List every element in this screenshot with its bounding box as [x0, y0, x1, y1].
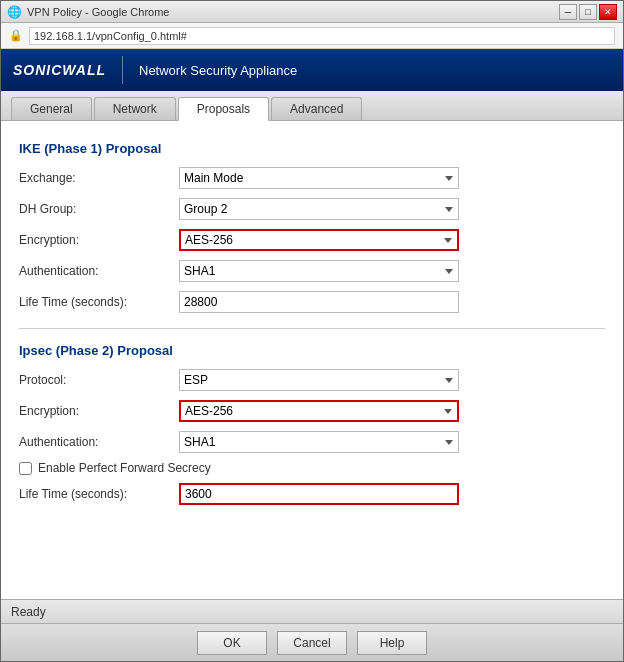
exchange-row: Exchange: Main Mode Aggressive Mode [19, 166, 605, 190]
phase1-lifetime-control [179, 291, 459, 313]
tab-bar: General Network Proposals Advanced [1, 91, 623, 121]
phase2-auth-control: MD5 SHA1 SHA256 SHA384 SHA512 [179, 431, 459, 453]
phase1-encryption-control: DES 3DES AES-128 AES-192 AES-256 [179, 229, 459, 251]
exchange-label: Exchange: [19, 171, 179, 185]
browser-icon: 🌐 [7, 5, 21, 19]
status-text: Ready [11, 605, 46, 619]
close-button[interactable]: ✕ [599, 4, 617, 20]
exchange-control: Main Mode Aggressive Mode [179, 167, 459, 189]
phase1-auth-select[interactable]: MD5 SHA1 SHA256 SHA384 SHA512 [179, 260, 459, 282]
window-title: VPN Policy - Google Chrome [27, 6, 169, 18]
ok-button[interactable]: OK [197, 631, 267, 655]
pfs-label: Enable Perfect Forward Secrecy [38, 461, 211, 475]
phase1-lifetime-row: Life Time (seconds): [19, 290, 605, 314]
dhgroup-label: DH Group: [19, 202, 179, 216]
phase2-title: Ipsec (Phase 2) Proposal [19, 343, 605, 358]
phase2-encryption-row: Encryption: DES 3DES AES-128 AES-192 AES… [19, 399, 605, 423]
tab-advanced[interactable]: Advanced [271, 97, 362, 120]
phase1-auth-control: MD5 SHA1 SHA256 SHA384 SHA512 [179, 260, 459, 282]
tab-general[interactable]: General [11, 97, 92, 120]
phase2-auth-row: Authentication: MD5 SHA1 SHA256 SHA384 S… [19, 430, 605, 454]
address-bar: 🔒 [1, 23, 623, 49]
phase1-auth-label: Authentication: [19, 264, 179, 278]
dhgroup-select[interactable]: Group 1 Group 2 Group 5 Group 14 [179, 198, 459, 220]
maximize-button[interactable]: □ [579, 4, 597, 20]
phase2-lifetime-label: Life Time (seconds): [19, 487, 179, 501]
phase1-encryption-select[interactable]: DES 3DES AES-128 AES-192 AES-256 [179, 229, 459, 251]
header-divider [122, 56, 123, 84]
window-controls: ─ □ ✕ [559, 4, 617, 20]
pfs-row: Enable Perfect Forward Secrecy [19, 461, 605, 475]
phase2-auth-label: Authentication: [19, 435, 179, 449]
tab-proposals[interactable]: Proposals [178, 97, 269, 121]
phase2-encryption-control: DES 3DES AES-128 AES-192 AES-256 [179, 400, 459, 422]
phase1-title: IKE (Phase 1) Proposal [19, 141, 605, 156]
dhgroup-control: Group 1 Group 2 Group 5 Group 14 [179, 198, 459, 220]
exchange-select[interactable]: Main Mode Aggressive Mode [179, 167, 459, 189]
app-title: Network Security Appliance [139, 63, 297, 78]
sonicwall-logo: SONICWALL [13, 62, 106, 78]
app-header: SONICWALL Network Security Appliance [1, 49, 623, 91]
phase1-auth-row: Authentication: MD5 SHA1 SHA256 SHA384 S… [19, 259, 605, 283]
status-bar: Ready [1, 599, 623, 623]
address-input[interactable] [29, 27, 615, 45]
protocol-label: Protocol: [19, 373, 179, 387]
phase1-encryption-row: Encryption: DES 3DES AES-128 AES-192 AES… [19, 228, 605, 252]
title-bar: 🌐 VPN Policy - Google Chrome ─ □ ✕ [1, 1, 623, 23]
cancel-button[interactable]: Cancel [277, 631, 347, 655]
tab-network[interactable]: Network [94, 97, 176, 120]
phase1-encryption-label: Encryption: [19, 233, 179, 247]
phase2-encryption-label: Encryption: [19, 404, 179, 418]
pfs-checkbox[interactable] [19, 462, 32, 475]
help-button[interactable]: Help [357, 631, 427, 655]
main-content: IKE (Phase 1) Proposal Exchange: Main Mo… [1, 121, 623, 599]
protocol-select[interactable]: ESP AH [179, 369, 459, 391]
phase2-lifetime-row: Life Time (seconds): [19, 482, 605, 506]
phase2-auth-select[interactable]: MD5 SHA1 SHA256 SHA384 SHA512 [179, 431, 459, 453]
phase2-lifetime-input[interactable] [179, 483, 459, 505]
minimize-button[interactable]: ─ [559, 4, 577, 20]
phase1-lifetime-input[interactable] [179, 291, 459, 313]
protocol-control: ESP AH [179, 369, 459, 391]
lock-icon: 🔒 [9, 29, 23, 42]
section-divider [19, 328, 605, 329]
protocol-row: Protocol: ESP AH [19, 368, 605, 392]
phase2-lifetime-control [179, 483, 459, 505]
dhgroup-row: DH Group: Group 1 Group 2 Group 5 Group … [19, 197, 605, 221]
phase2-encryption-select[interactable]: DES 3DES AES-128 AES-192 AES-256 [179, 400, 459, 422]
bottom-buttons: OK Cancel Help [1, 623, 623, 661]
phase1-lifetime-label: Life Time (seconds): [19, 295, 179, 309]
